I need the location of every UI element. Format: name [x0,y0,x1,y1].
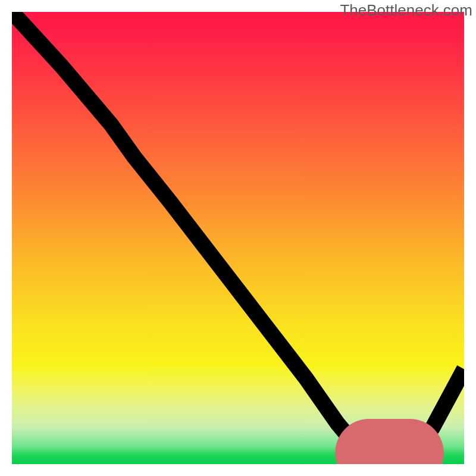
watermark-label: TheBottleneck.com [340,1,472,20]
chart-container: TheBottleneck.com [0,0,476,476]
response-curve [12,12,464,459]
chart-svg [12,12,464,464]
